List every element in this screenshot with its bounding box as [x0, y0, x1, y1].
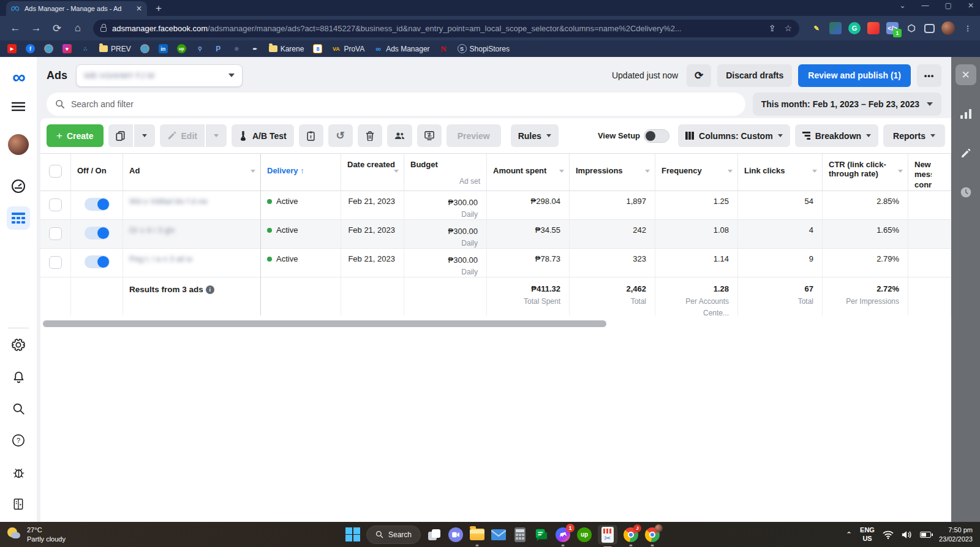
linkedin-bookmark-icon[interactable]: in: [159, 44, 168, 53]
ad-toggle[interactable]: [85, 198, 110, 211]
taskbar-search[interactable]: Search: [366, 526, 421, 544]
close-panel-icon[interactable]: ✕: [956, 64, 976, 85]
netflix-bookmark-icon[interactable]: N: [439, 44, 448, 53]
row-checkbox[interactable]: [49, 198, 62, 211]
col-amount-spent[interactable]: Amount spent: [487, 154, 570, 191]
pin-clipboard-button[interactable]: [299, 124, 323, 147]
export-import-button[interactable]: [417, 124, 442, 147]
bookmark-shopistores[interactable]: SShopiStores: [458, 44, 510, 53]
ad-toggle[interactable]: [85, 227, 110, 240]
home-icon[interactable]: ⌂: [69, 22, 87, 34]
bookmark-prova[interactable]: VAProVA: [331, 44, 364, 53]
chrome-profile2-icon[interactable]: [644, 527, 660, 543]
ab-test-button[interactable]: A/B Test: [232, 124, 294, 147]
preview-button[interactable]: Preview: [447, 124, 501, 147]
task-view-icon[interactable]: [426, 527, 442, 543]
refresh-button[interactable]: ⟳: [687, 64, 711, 87]
rules-button[interactable]: Rules: [511, 124, 559, 147]
weather-widget[interactable]: 27°CPartly cloudy: [6, 526, 159, 543]
account-overview-icon[interactable]: [7, 175, 30, 198]
bookmark-prev[interactable]: PREV: [99, 45, 131, 53]
browser-menu-icon[interactable]: ⋮: [962, 22, 974, 34]
red-extension-icon[interactable]: [867, 22, 880, 34]
charts-icon[interactable]: [956, 104, 976, 124]
breakdown-button[interactable]: Breakdown: [795, 124, 878, 147]
pen-bookmark-icon[interactable]: ✒: [251, 44, 260, 53]
browser-tab[interactable]: Ads Manager - Manage ads - Ad ✕: [6, 1, 147, 16]
language-indicator[interactable]: ENGUS: [860, 526, 875, 543]
upwork-icon[interactable]: up: [576, 527, 592, 543]
volume-icon[interactable]: [902, 530, 912, 539]
settings-gear-icon[interactable]: [7, 333, 30, 356]
col-link-clicks[interactable]: Link clicks: [738, 154, 823, 191]
ad-name[interactable]: Peg t. l a n 3 ail w: [129, 254, 192, 263]
select-all-checkbox[interactable]: [49, 165, 62, 178]
col-impressions[interactable]: Impressions: [570, 154, 655, 191]
reports-button[interactable]: Reports: [883, 124, 945, 147]
faded-bookmark-icon[interactable]: ❋: [232, 44, 241, 53]
edit-button[interactable]: Edit: [160, 124, 205, 147]
date-range-filter[interactable]: This month: Feb 1, 2023 – Feb 23, 2023: [753, 92, 941, 116]
delete-button[interactable]: [358, 124, 382, 147]
assign-people-button[interactable]: [387, 124, 412, 147]
edit-pencil-icon[interactable]: [956, 143, 976, 164]
code-extension-icon[interactable]: </>1: [886, 22, 899, 34]
kite-extension-icon[interactable]: [829, 22, 842, 34]
globe2-bookmark-icon[interactable]: 🌐: [140, 44, 149, 53]
profile-avatar[interactable]: [941, 21, 955, 35]
search-filter-box[interactable]: [47, 92, 745, 116]
help-icon[interactable]: ?: [7, 429, 30, 452]
col-ad[interactable]: Ad: [123, 154, 261, 191]
battery-icon[interactable]: [920, 532, 931, 538]
window-minimize-icon[interactable]: —: [922, 1, 929, 10]
columns-button[interactable]: Columns: Custom: [678, 124, 790, 147]
meta-logo[interactable]: ∞: [12, 68, 24, 86]
col-budget[interactable]: BudgetAd set: [404, 154, 487, 191]
ad-name[interactable]: Wd o Vidfad klv f d vw: [129, 197, 208, 206]
share-icon[interactable]: ⇪: [769, 23, 776, 33]
back-icon[interactable]: ←: [6, 22, 24, 34]
sidepanel-icon[interactable]: [924, 24, 935, 33]
search-input[interactable]: [71, 99, 737, 109]
duplicate-button[interactable]: [108, 124, 133, 147]
user-avatar[interactable]: [7, 133, 30, 156]
mail-icon[interactable]: [491, 527, 507, 543]
scrollbar-thumb[interactable]: [43, 320, 606, 327]
row-checkbox[interactable]: [49, 256, 62, 269]
table-row[interactable]: Wd o Vidfad klv f d vw Active Feb 21, 20…: [40, 191, 951, 220]
ad-name[interactable]: Gr v 4 r 3 glv: [129, 225, 175, 235]
col-delivery[interactable]: Delivery ↑: [261, 154, 341, 191]
snipping-tool-icon[interactable]: ✂: [598, 525, 617, 545]
youtube-bookmark-icon[interactable]: ▶: [7, 44, 17, 53]
horizontal-scrollbar[interactable]: [43, 320, 949, 327]
bookmark-karene[interactable]: Karene: [269, 45, 304, 53]
puzzle-extensions-icon[interactable]: ⬡: [905, 22, 918, 34]
row-checkbox[interactable]: [49, 227, 62, 240]
notifications-bell-icon[interactable]: [7, 365, 30, 388]
campaigns-nav-icon[interactable]: [7, 206, 30, 230]
paypal-bookmark-icon[interactable]: P: [214, 44, 223, 53]
table-row[interactable]: Peg t. l a n 3 ail w Active Feb 21, 2023…: [40, 249, 951, 277]
grammarly-extension-icon[interactable]: G: [848, 22, 861, 34]
review-publish-button[interactable]: Review and publish (1): [798, 64, 911, 87]
taskbar-clock[interactable]: 7:50 pm23/02/2023: [939, 526, 973, 544]
table-row[interactable]: Gr v 4 r 3 glv Active Feb 21, 2023 ₱300.…: [40, 220, 951, 249]
more-options-button[interactable]: •••: [917, 64, 941, 87]
revert-button[interactable]: ↺: [328, 124, 353, 147]
chrome-profile1-icon[interactable]: J: [623, 527, 639, 543]
search-sidebar-icon[interactable]: [7, 397, 30, 420]
bookmark-star-icon[interactable]: ☆: [784, 23, 792, 33]
globe-bookmark-icon[interactable]: 🌐: [44, 44, 53, 53]
col-off-on[interactable]: Off / On: [71, 154, 123, 191]
col-clipped[interactable]: New messaging connections: [908, 154, 951, 191]
history-clock-icon[interactable]: [956, 182, 976, 203]
info-icon[interactable]: i: [206, 285, 214, 294]
start-button[interactable]: [345, 527, 361, 543]
pin-bookmark-icon[interactable]: ⚲: [195, 44, 205, 53]
highlighter-extension-icon[interactable]: ✎: [810, 22, 823, 34]
create-button[interactable]: +Create: [47, 124, 104, 147]
col-ctr[interactable]: CTR (link click-through rate): [823, 154, 908, 191]
hamburger-menu-icon[interactable]: [7, 95, 30, 118]
wifi-icon[interactable]: [883, 530, 894, 539]
calculator-icon[interactable]: [512, 527, 528, 543]
